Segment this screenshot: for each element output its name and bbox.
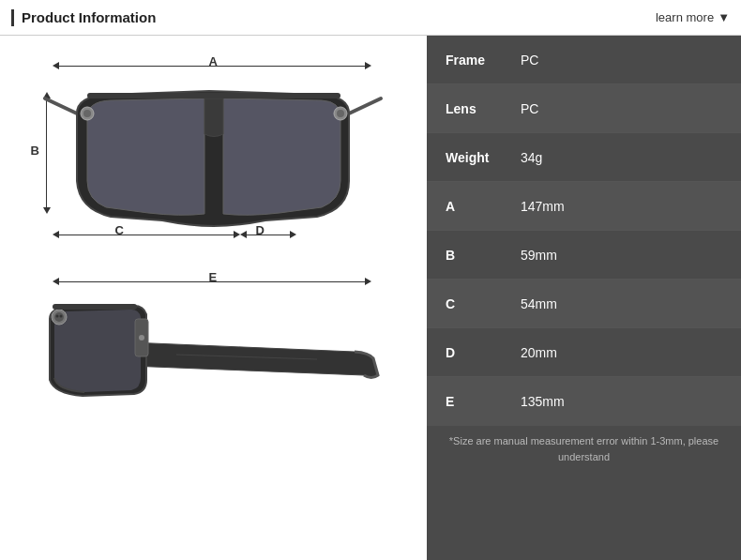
- spec-row: FramePC: [427, 36, 741, 84]
- dropdown-icon: ▼: [718, 10, 730, 24]
- spec-value: PC: [521, 53, 538, 68]
- spec-row: B59mm: [427, 231, 741, 280]
- spec-value: 54mm: [521, 296, 557, 311]
- svg-line-0: [45, 98, 77, 114]
- spec-key: E: [446, 394, 521, 409]
- spec-key: B: [446, 248, 521, 263]
- header-left: Product Information: [11, 9, 156, 26]
- svg-rect-12: [53, 304, 137, 310]
- svg-point-9: [54, 312, 64, 322]
- svg-point-11: [59, 315, 62, 318]
- spec-value: 135mm: [521, 394, 565, 409]
- spec-value: PC: [521, 101, 538, 116]
- main-content: A B C D: [0, 36, 741, 560]
- spec-row: D20mm: [427, 328, 741, 377]
- svg-line-1: [349, 98, 381, 114]
- page-header: Product Information learn more ▼: [0, 0, 741, 36]
- spec-row: C54mm: [427, 280, 741, 328]
- specs-panel: FramePCLensPCWeight34gA147mmB59mmC54mmD2…: [427, 36, 741, 560]
- spec-key: Lens: [446, 101, 521, 116]
- spec-row: LensPC: [427, 84, 741, 133]
- spec-value: 147mm: [521, 199, 565, 214]
- spec-key: D: [446, 345, 521, 360]
- spec-value: 34g: [521, 150, 542, 165]
- spec-row: Weight34g: [427, 133, 741, 182]
- footnote-text: *Size are manual measurement error withi…: [427, 426, 741, 472]
- svg-rect-2: [87, 93, 340, 98]
- dimension-e-label: E: [209, 270, 218, 284]
- side-view-diagram: E: [26, 270, 401, 453]
- spec-key: Frame: [446, 53, 521, 68]
- left-panel: A B C D: [0, 36, 427, 560]
- header-bar-icon: [11, 9, 14, 26]
- svg-point-10: [55, 315, 58, 318]
- spec-key: Weight: [446, 150, 521, 165]
- spec-row: E135mm: [427, 377, 741, 426]
- svg-point-13: [139, 335, 144, 341]
- svg-point-4: [83, 110, 91, 117]
- top-view-diagram: A B C D: [26, 45, 401, 261]
- learn-more-button[interactable]: learn more ▼: [656, 10, 730, 24]
- spec-value: 59mm: [521, 248, 557, 263]
- spec-row: A147mm: [427, 182, 741, 231]
- dimension-a-label: A: [209, 54, 218, 68]
- specs-table: FramePCLensPCWeight34gA147mmB59mmC54mmD2…: [427, 36, 741, 426]
- page-title: Product Information: [22, 9, 156, 25]
- svg-point-6: [337, 110, 344, 117]
- learn-more-label: learn more: [656, 10, 714, 24]
- spec-key: C: [446, 296, 521, 311]
- glasses-top-svg: [36, 78, 392, 247]
- spec-key: A: [446, 199, 521, 214]
- glasses-side-svg: [36, 291, 392, 450]
- spec-value: 20mm: [521, 345, 557, 360]
